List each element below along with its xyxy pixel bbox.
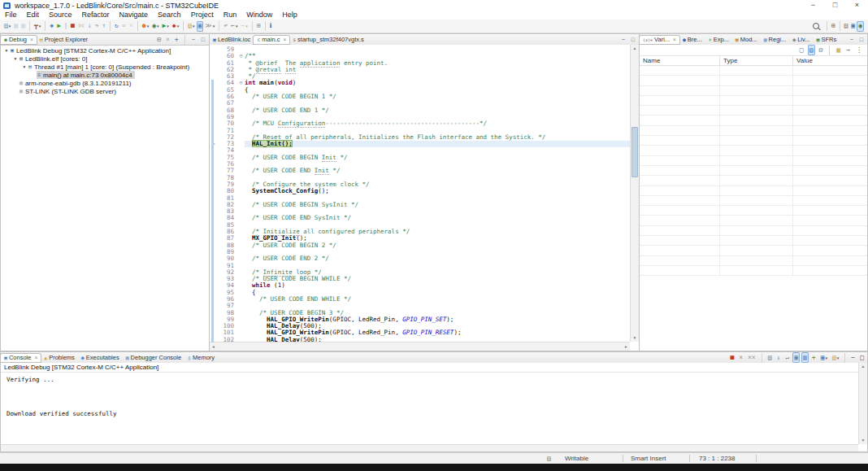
console-display-dropdown[interactable]: ▣▾ [819, 352, 829, 363]
new-wizard-button[interactable]: ▤▾ [2, 21, 12, 32]
console-view-tab-console[interactable]: ▣Console× [1, 354, 41, 362]
display-selected-console-button[interactable]: ▥ [801, 352, 809, 363]
scroll-lock-button[interactable]: ↓ [775, 352, 783, 363]
menu-source[interactable]: Source [44, 11, 77, 20]
variables-view-tab-bre[interactable]: ●Bre... [679, 36, 705, 44]
debug-tree-item[interactable]: ▥arm-none-eabi-gdb (8.3.1.20191211) [1, 79, 209, 87]
breakpoint-margin[interactable] [210, 60, 218, 67]
info-button[interactable]: ℹ [268, 21, 274, 32]
minimize-view-button[interactable]: − [619, 37, 627, 42]
minimize-window-button[interactable]: − [802, 0, 824, 11]
expander-icon[interactable]: ▾ [12, 56, 19, 61]
console-display-dropdown-caret[interactable]: ▾ [825, 355, 827, 360]
scroll-down-arrow[interactable]: ▾ [859, 437, 867, 444]
external-tools-button[interactable]: ◆▾ [171, 21, 180, 32]
collapse-all-button[interactable]: ⊟ [155, 34, 163, 45]
menu-file[interactable]: File [0, 11, 22, 20]
debug-tree-item[interactable]: ▾▤Thread #1 [main] 1 [core: 0] (Suspende… [1, 63, 209, 71]
maximize-view-button[interactable]: □ [858, 352, 866, 363]
debug-perspective-button[interactable]: ◉ [857, 21, 864, 32]
console-horizontal-scrollbar[interactable] [1, 444, 858, 451]
remove-all-terminated-button[interactable]: × [164, 34, 171, 45]
menu-project[interactable]: Project [186, 11, 219, 20]
save-all-button[interactable]: ▦ [20, 21, 27, 32]
word-wrap-button[interactable]: ↵ [783, 352, 791, 363]
editor-horizontal-scrollbar[interactable]: ◂ ▸ [210, 342, 630, 351]
scroll-right-arrow[interactable]: ▸ [623, 342, 630, 351]
minimize-view-button[interactable]: − [849, 352, 857, 363]
profile-button[interactable]: ●▾ [141, 21, 150, 32]
add-launch-button[interactable]: + [173, 34, 180, 45]
close-icon[interactable]: × [30, 37, 33, 42]
variables-view-tab-regi[interactable]: ▥Regi... [761, 36, 790, 44]
clear-console-button[interactable]: ▤ [766, 352, 774, 363]
debug-tree-item[interactable]: ▾▦LedBlink.elf [cores: 0] [1, 55, 209, 63]
debug-tree-item[interactable]: ▥ST-LINK (ST-LINK GDB server) [1, 87, 209, 95]
build-button[interactable]: ┳▾ [33, 21, 42, 32]
show-columns-button[interactable]: □ [798, 45, 805, 55]
open-element-button-caret[interactable]: ▾ [193, 24, 195, 28]
variables-view-tab-vari[interactable]: (x)=Vari...× [640, 36, 679, 44]
editor-tab-startup-stm32f407vgtx-s[interactable]: sstartup_stm32f407vgtx.s [289, 36, 367, 44]
hide-frames-button[interactable]: × [128, 21, 135, 32]
step-into-button[interactable]: ↓ [86, 21, 93, 32]
run-button[interactable]: ▶▾ [160, 21, 170, 32]
search-icon[interactable] [813, 23, 819, 29]
open-console-dropdown[interactable]: ▤▾ [831, 352, 840, 363]
scroll-up-arrow[interactable]: ▴ [631, 45, 639, 52]
terminate-button[interactable]: ■ [69, 21, 76, 32]
cpp-perspective-button[interactable]: ▤ [843, 21, 850, 32]
maximize-view-button[interactable]: □ [199, 37, 207, 42]
menu-refactor[interactable]: Refactor [77, 11, 115, 20]
tree-mode-button[interactable]: ▤ [808, 45, 815, 55]
resume-button[interactable]: ▶ [55, 21, 63, 32]
console-view-tab-debugger-console[interactable]: ▥Debugger Console [123, 354, 184, 362]
scroll-up-arrow[interactable]: ▴ [859, 363, 867, 370]
save-button[interactable]: ▦ [12, 21, 20, 32]
debug-view-tab-debug[interactable]: ◉Debug× [1, 36, 37, 44]
close-icon[interactable]: × [673, 37, 676, 42]
profile-button-caret[interactable]: ▾ [147, 24, 150, 28]
console-view-tab-executables[interactable]: ◉Executables [78, 354, 123, 362]
scroll-down-arrow[interactable]: ▾ [631, 334, 639, 342]
breakpoint-margin[interactable] [210, 53, 218, 59]
fold-marker-icon[interactable]: ⊖ [237, 80, 245, 86]
open-console-dropdown-caret[interactable]: ▾ [837, 355, 840, 360]
disconnect-button[interactable]: ⋈ [76, 21, 86, 32]
scrollbar-thumb[interactable] [631, 127, 638, 177]
device-configuration-perspective-button[interactable]: ▣ [849, 21, 857, 32]
step-over-button[interactable]: ↷ [93, 21, 101, 32]
step-return-button[interactable]: ↑ [100, 21, 107, 32]
debug-button[interactable]: ◉▾ [150, 21, 160, 32]
instruction-stepping-button[interactable]: ≡ [120, 21, 128, 32]
skip-all-breakpoints-button[interactable]: ◈ [48, 21, 55, 32]
add-global-variables-button[interactable]: ▦ [835, 45, 842, 55]
close-window-button[interactable]: × [846, 0, 868, 11]
annotations-button[interactable]: ≫▾ [203, 21, 216, 32]
external-tools-button-caret[interactable]: ▾ [177, 24, 180, 28]
forward-button[interactable]: →▾ [239, 21, 249, 32]
back-button-caret[interactable]: ▾ [236, 24, 238, 28]
open-element-button[interactable]: ▤▾ [186, 21, 196, 32]
export-variables-button[interactable]: → [844, 45, 852, 55]
maximize-view-button[interactable]: □ [629, 37, 637, 42]
debug-view-tab-project-explorer[interactable]: ▤Project Explorer [37, 36, 91, 44]
close-icon[interactable]: × [283, 37, 286, 42]
console-view-tab-memory[interactable]: ▯Memory [184, 354, 218, 362]
close-icon[interactable]: × [34, 355, 37, 360]
menu-help[interactable]: Help [277, 11, 302, 20]
menu-run[interactable]: Run [219, 11, 242, 20]
back-button[interactable]: ←▾ [229, 21, 239, 32]
open-window-button[interactable]: ⊞ [255, 21, 263, 32]
annotations-button-caret[interactable]: ▾ [213, 24, 215, 28]
minimize-view-button[interactable]: − [189, 37, 197, 42]
console-output[interactable]: Verifying ...Download verified successfu… [1, 373, 858, 444]
variables-view-tab-liv[interactable]: ◉Liv... [789, 36, 813, 44]
menu-navigate[interactable]: Navigate [115, 11, 154, 20]
run-button-caret[interactable]: ▾ [167, 24, 169, 28]
editor-vertical-scrollbar[interactable]: ▴ ▾ [630, 45, 639, 342]
minimize-view-button[interactable]: − [848, 37, 856, 42]
restart-button[interactable]: ↻ [113, 21, 120, 32]
editor-tab-ledblink-ioc[interactable]: ▣LedBlink.ioc [210, 36, 254, 44]
debug-tree-item[interactable]: ▾▣LedBlink Debug [STM32 Cortex-M C/C++ A… [1, 46, 209, 55]
